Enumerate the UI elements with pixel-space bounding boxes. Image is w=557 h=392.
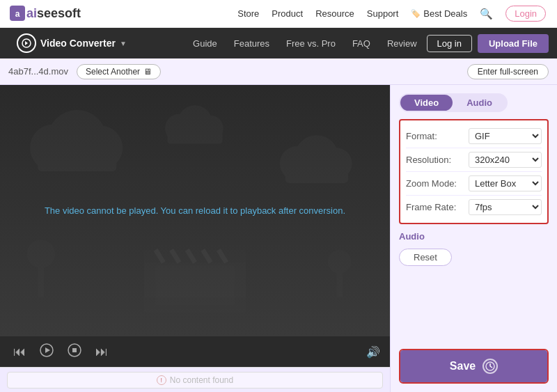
zoom-mode-label: Zoom Mode:	[406, 178, 469, 189]
nav-guide[interactable]: Guide	[193, 38, 217, 49]
enter-fullscreen-button[interactable]: Enter full-screen	[467, 64, 549, 79]
converter-btn[interactable]: Video Converter ▼	[8, 33, 135, 53]
second-nav: Video Converter ▼ Guide Features Free vs…	[0, 28, 557, 58]
nav-store[interactable]: Store	[237, 8, 259, 19]
rewind-button[interactable]: ⏮	[10, 343, 29, 361]
volume-icon: 🔊	[366, 345, 380, 359]
svg-rect-10	[285, 164, 348, 183]
best-deals[interactable]: 🏷️ Best Deals	[411, 8, 467, 19]
video-player: The video cannot be played. You can relo…	[0, 85, 390, 336]
save-button[interactable]: Save	[400, 350, 547, 382]
login-button[interactable]: Login	[505, 6, 546, 22]
zoom-mode-select[interactable]: Letter Box Pan & Scan Full	[469, 175, 542, 191]
reset-button[interactable]: Reset	[399, 249, 452, 266]
upload-file-button[interactable]: Upload File	[478, 34, 549, 53]
zoom-mode-row: Zoom Mode: Letter Box Pan & Scan Full	[406, 172, 542, 196]
frame-rate-label: Frame Rate:	[406, 202, 469, 212]
svg-line-34	[490, 366, 492, 368]
search-icon[interactable]: 🔍	[480, 8, 493, 20]
progress-bar-area: ! No content found	[0, 367, 390, 392]
frame-rate-select[interactable]: 7fps 15fps 24fps 30fps	[469, 199, 542, 215]
nav-review[interactable]: Review	[387, 38, 417, 49]
flag-icon: 🏷️	[411, 9, 421, 18]
audio-link[interactable]: Audio	[399, 231, 549, 242]
logo-text: ai	[26, 6, 37, 21]
save-area: Save	[399, 349, 549, 384]
tab-video[interactable]: Video	[400, 95, 453, 111]
right-panel: Video Audio Format: GIF MP4 AVI MOV MKV …	[390, 85, 557, 392]
second-login-button[interactable]: Log in	[427, 35, 472, 52]
converter-icon	[17, 33, 36, 53]
clock-icon	[483, 359, 498, 374]
video-controls: ⏮ ⏭ 🔊	[0, 336, 390, 367]
video-area: The video cannot be played. You can relo…	[0, 85, 390, 392]
top-nav-links: Store Product Resource Support 🏷️ Best D…	[237, 6, 546, 22]
top-nav: a aiseesoft Store Product Resource Suppo…	[0, 0, 557, 28]
svg-text:a: a	[15, 9, 20, 19]
chevron-down-icon: ▼	[120, 40, 127, 47]
nav-links: Guide Features Free vs. Pro FAQ Review	[193, 38, 416, 49]
nav-free-vs-pro[interactable]: Free vs. Pro	[286, 38, 336, 49]
resolution-select[interactable]: 320x240 640x480 1280x720	[469, 152, 542, 168]
forward-button[interactable]: ⏭	[92, 343, 111, 361]
nav-support[interactable]: Support	[367, 8, 399, 19]
logo-text2: seesoft	[37, 6, 81, 21]
video-message: The video cannot be played. You can relo…	[38, 198, 352, 223]
play-button[interactable]	[36, 342, 57, 362]
svg-point-27	[328, 250, 352, 274]
format-label: Format:	[406, 131, 469, 141]
select-another-button[interactable]: Select Another 🖥	[77, 64, 161, 79]
monitor-icon: 🖥	[143, 67, 152, 77]
svg-marker-29	[45, 347, 50, 353]
svg-rect-14	[168, 128, 223, 144]
settings-area: Format: GIF MP4 AVI MOV MKV Resolution: …	[399, 119, 549, 224]
nav-product[interactable]: Product	[272, 8, 303, 19]
nav-faq[interactable]: FAQ	[352, 38, 370, 49]
resolution-label: Resolution:	[406, 155, 469, 165]
svg-rect-6	[38, 148, 116, 171]
resolution-row: Resolution: 320x240 640x480 1280x720	[406, 148, 542, 172]
nav-resource[interactable]: Resource	[315, 8, 354, 19]
no-content-text: ! No content found	[157, 375, 233, 385]
format-select[interactable]: GIF MP4 AVI MOV MKV	[469, 128, 542, 144]
logo: a aiseesoft	[10, 6, 81, 21]
svg-rect-31	[72, 348, 77, 352]
stop-button[interactable]	[64, 342, 85, 362]
tab-row: Video Audio	[399, 93, 508, 112]
file-bar: 4ab7f...4d.mov Select Another 🖥 Enter fu…	[0, 58, 557, 85]
nav-features[interactable]: Features	[234, 38, 269, 49]
frame-rate-row: Frame Rate: 7fps 15fps 24fps 30fps	[406, 196, 542, 219]
tab-audio[interactable]: Audio	[453, 95, 506, 111]
progress-bar: ! No content found	[7, 372, 383, 389]
main-content: The video cannot be played. You can relo…	[0, 85, 557, 392]
svg-rect-23	[0, 297, 390, 336]
svg-point-25	[27, 240, 56, 268]
format-row: Format: GIF MP4 AVI MOV MKV	[406, 125, 542, 148]
warning-icon: !	[157, 375, 166, 385]
file-name: 4ab7f...4d.mov	[8, 66, 68, 77]
